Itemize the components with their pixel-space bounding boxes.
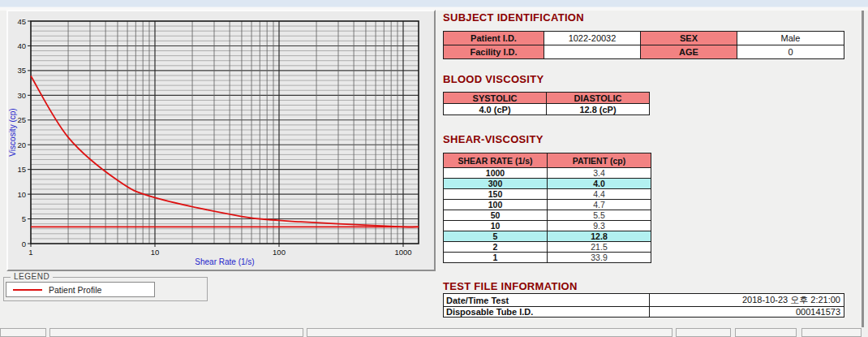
legend-caption: LEGEND	[11, 272, 53, 281]
systolic-header: SYSTOLIC	[444, 93, 547, 104]
sex-label: SEX	[641, 32, 737, 45]
legend-box: Patient Profile	[6, 282, 155, 297]
shear-rate-cell: 50	[444, 210, 548, 221]
y-tick-label: 15	[17, 165, 26, 174]
y-tick-label: 10	[17, 190, 26, 199]
disposable-tube-id-value: 000141573	[650, 307, 844, 318]
date-time-test-value: 2018-10-23 오후 2:21:00	[650, 294, 844, 307]
table-row: 3004.0	[444, 179, 651, 189]
test-file-information-title: TEST FILE INFORMATION	[443, 280, 578, 292]
patient-viscosity-cell: 9.3	[548, 221, 651, 231]
y-tick-label: 45	[17, 17, 26, 26]
diastolic-value: 12.8 (cP)	[547, 104, 650, 115]
table-row: 1504.4	[444, 189, 651, 200]
x-tick-label: 100	[273, 248, 286, 257]
table-row: 221.5	[444, 242, 651, 253]
test-file-information-table: Date/Time Test 2018-10-23 오후 2:21:00 Dis…	[443, 293, 844, 318]
bottom-panel-segment	[0, 328, 46, 337]
age-label: AGE	[641, 45, 737, 59]
bottom-panel-segment	[307, 328, 672, 337]
legend-entry-label: Patient Profile	[49, 285, 101, 295]
patient-viscosity-cell: 21.5	[548, 242, 651, 253]
shear-rate-cell: 2	[444, 242, 548, 253]
table-row: Facility I.D. AGE 0	[444, 45, 844, 59]
patient-cp-header: PATIENT (cp)	[548, 153, 651, 168]
bottom-panel-segment	[49, 328, 303, 337]
blood-viscosity-table: SYSTOLIC DIASTOLIC 4.0 (cP) 12.8 (cP)	[443, 92, 650, 115]
table-row: 505.5	[444, 210, 651, 221]
table-row: 109.3	[444, 221, 651, 231]
shear-viscosity-title: SHEAR-VISCOSITY	[443, 133, 544, 145]
patient-profile-line-swatch	[13, 289, 42, 291]
patient-viscosity-cell: 4.0	[548, 179, 651, 189]
blood-viscosity-title: BLOOD VISCOSITY	[443, 73, 544, 85]
table-row: SYSTOLIC DIASTOLIC	[444, 93, 650, 104]
y-tick-label: 35	[17, 66, 26, 75]
shear-rate-cell: 150	[444, 189, 548, 200]
patient-id-label: Patient I.D.	[444, 32, 544, 45]
window-top-edge	[0, 0, 868, 7]
table-row: 1004.7	[444, 200, 651, 210]
y-tick-label: 5	[22, 214, 26, 223]
shear-rate-cell: 100	[444, 200, 548, 210]
shear-rate-cell: 1	[444, 253, 548, 263]
table-row: 10003.4	[444, 168, 651, 179]
x-axis-label: Shear Rate (1/s)	[195, 257, 254, 266]
facility-id-value	[544, 45, 641, 59]
y-tick-label: 20	[17, 140, 26, 149]
diastolic-header: DIASTOLIC	[547, 93, 650, 104]
legend-frame: LEGEND Patient Profile	[3, 277, 208, 301]
window-right-scrollbar[interactable]	[862, 11, 864, 327]
patient-viscosity-cell: 4.7	[548, 200, 651, 210]
patient-viscosity-cell: 33.9	[548, 253, 651, 263]
table-header-row: SHEAR RATE (1/s) PATIENT (cp)	[444, 153, 651, 168]
date-time-test-label: Date/Time Test	[444, 294, 650, 307]
systolic-value: 4.0 (cP)	[444, 104, 547, 115]
table-row: Disposable Tube I.D. 000141573	[444, 307, 844, 318]
x-tick-label: 1	[28, 248, 32, 257]
table-row: Date/Time Test 2018-10-23 오후 2:21:00	[444, 294, 844, 307]
table-row: 512.8	[444, 231, 651, 242]
shear-table-body: 10003.43004.01504.41004.7505.5109.3512.8…	[444, 168, 651, 263]
shear-rate-cell: 1000	[444, 168, 548, 179]
bottom-panel-segment	[735, 328, 797, 337]
shear-rate-header: SHEAR RATE (1/s)	[444, 153, 548, 168]
y-axis-label: Viscosity (cp)	[8, 108, 17, 156]
patient-viscosity-cell: 5.5	[548, 210, 651, 221]
subject-identification-title: SUBJECT IDENTIFICATION	[443, 11, 584, 24]
shear-rate-cell: 10	[444, 221, 548, 231]
viscosity-chart-panel: 0510152025303540451101001000Shear Rate (…	[6, 10, 436, 271]
table-row: 133.9	[444, 253, 651, 263]
x-tick-label: 1000	[394, 248, 411, 257]
subject-identification-table: Patient I.D. 1022-20032 SEX Male Facilit…	[443, 31, 844, 59]
bottom-panel-segment	[801, 328, 862, 337]
patient-viscosity-cell: 3.4	[548, 168, 651, 179]
shear-rate-cell: 300	[444, 179, 548, 189]
x-tick-label: 10	[151, 248, 160, 257]
disposable-tube-id-label: Disposable Tube I.D.	[444, 307, 650, 318]
facility-id-label: Facility I.D.	[444, 45, 544, 59]
y-tick-label: 40	[17, 41, 26, 50]
patient-viscosity-cell: 4.4	[548, 189, 651, 200]
shear-viscosity-table: SHEAR RATE (1/s) PATIENT (cp) 10003.4300…	[443, 153, 651, 263]
sex-value: Male	[737, 32, 844, 45]
table-row: Patient I.D. 1022-20032 SEX Male	[444, 32, 844, 45]
age-value: 0	[737, 45, 844, 59]
y-tick-label: 30	[17, 91, 26, 100]
patient-viscosity-cell: 12.8	[548, 231, 651, 242]
y-tick-label: 0	[22, 240, 26, 248]
table-row: 4.0 (cP) 12.8 (cP)	[444, 104, 650, 115]
shear-rate-cell: 5	[444, 231, 548, 242]
viscosity-chart: 0510152025303540451101001000Shear Rate (…	[8, 11, 434, 270]
patient-id-value: 1022-20032	[544, 32, 641, 45]
y-tick-label: 25	[17, 115, 26, 124]
bottom-panel-segment	[676, 328, 731, 337]
